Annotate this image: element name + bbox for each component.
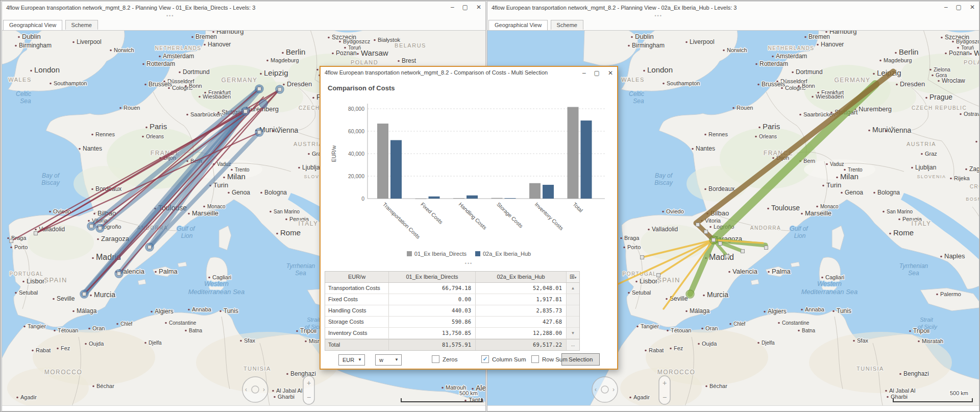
location-marker-icon[interactable] bbox=[10, 239, 13, 243]
bar-02a_Ex Iberia_Hub[interactable] bbox=[543, 185, 554, 199]
map-zoom-control[interactable]: +− bbox=[303, 376, 314, 404]
city-label: Tétouan bbox=[671, 327, 691, 333]
bar-02a_Ex Iberia_Hub[interactable] bbox=[505, 198, 516, 199]
bar-02a_Ex Iberia_Hub[interactable] bbox=[390, 140, 402, 199]
map-pan-control[interactable]: ‹› bbox=[592, 377, 618, 402]
bar-01_Ex Iberia_Directs[interactable] bbox=[377, 124, 388, 199]
tab-scheme[interactable]: Scheme bbox=[65, 20, 98, 30]
city-label: Tétouan bbox=[58, 327, 78, 333]
tab-scheme[interactable]: Scheme bbox=[551, 20, 583, 30]
tab-geographical-view[interactable]: Geographical View bbox=[3, 20, 62, 30]
city-label: London bbox=[34, 65, 60, 74]
city-label: Oujda bbox=[89, 341, 104, 347]
location-marker-icon[interactable] bbox=[278, 88, 282, 91]
close-icon[interactable]: ✕ bbox=[608, 69, 613, 77]
bar-01_Ex Iberia_Directs[interactable] bbox=[415, 199, 427, 199]
bar-01_Ex Iberia_Directs[interactable] bbox=[492, 198, 503, 199]
category-label: Transportation Costs bbox=[382, 201, 422, 240]
city-label: Monaco bbox=[207, 204, 226, 209]
city-label: Algiers bbox=[768, 308, 787, 315]
city-label: Constantine bbox=[782, 320, 810, 326]
checkbox-unchecked-icon[interactable] bbox=[531, 355, 539, 363]
checkbox-column-sum[interactable]: ✓Column Sum bbox=[481, 355, 526, 363]
cost-value: 81,575.91 bbox=[388, 340, 475, 350]
table-row[interactable]: Fixed Costs0.001,917.81 bbox=[325, 294, 579, 305]
map-pan-control[interactable]: ‹› bbox=[242, 377, 268, 402]
close-icon[interactable]: ✕ bbox=[476, 3, 481, 11]
location-marker-icon[interactable] bbox=[258, 131, 261, 134]
maximize-icon[interactable]: ▢ bbox=[594, 69, 600, 77]
city-label: Oujda bbox=[702, 341, 717, 347]
checkbox-zeros[interactable]: Zeros bbox=[432, 355, 457, 363]
chevron-down-icon: ▼ bbox=[358, 357, 362, 362]
city-label: Tunis bbox=[224, 307, 238, 314]
svg-text:−: − bbox=[663, 393, 667, 401]
scroll-down-icon[interactable]: ▼ bbox=[566, 328, 579, 338]
more-options-button[interactable]: ... bbox=[566, 340, 579, 350]
map-zoom-control[interactable]: +− bbox=[659, 376, 670, 404]
location-marker-icon[interactable] bbox=[258, 87, 261, 91]
city-label: Vaduz bbox=[830, 161, 844, 167]
location-marker-icon[interactable] bbox=[117, 272, 121, 276]
city-label: Oran bbox=[92, 325, 105, 331]
minimize-icon[interactable]: – bbox=[451, 3, 454, 11]
view-tabs: Geographical View Scheme bbox=[487, 20, 979, 31]
bar-01_Ex Iberia_Directs[interactable] bbox=[529, 183, 541, 199]
window-titlebar[interactable]: 4flow European transportation network_mg… bbox=[2, 2, 485, 20]
checkbox-checked-icon[interactable]: ✓ bbox=[481, 355, 489, 363]
location-marker-icon[interactable] bbox=[90, 225, 93, 228]
location-marker-icon[interactable] bbox=[244, 110, 248, 113]
table-row[interactable]: Transportation Costs66,794.1852,048.01▲ bbox=[325, 283, 579, 294]
location-marker-icon[interactable] bbox=[719, 242, 722, 246]
tab-geographical-view[interactable]: Geographical View bbox=[488, 20, 548, 30]
maximize-icon[interactable]: ▢ bbox=[462, 3, 468, 11]
table-row[interactable]: Storage Costs590.86427.68 bbox=[325, 317, 579, 328]
dialog-splitter-grip[interactable]: ••• bbox=[321, 261, 617, 266]
city-label: Algiers bbox=[155, 308, 174, 315]
minimize-icon[interactable]: – bbox=[582, 69, 586, 77]
drag-grip-icon[interactable]: ••• bbox=[166, 13, 174, 18]
table-row[interactable]: Handling Costs440.032,835.73 bbox=[325, 305, 579, 317]
maximize-icon[interactable]: ▢ bbox=[956, 3, 962, 11]
location-marker-icon[interactable] bbox=[704, 230, 708, 234]
city-label: Dresden bbox=[900, 80, 925, 88]
close-icon[interactable]: ✕ bbox=[970, 3, 975, 11]
svg-text:500 km: 500 km bbox=[950, 390, 968, 396]
checkbox-unchecked-icon[interactable] bbox=[432, 355, 439, 363]
location-marker-icon[interactable] bbox=[148, 246, 152, 249]
window-titlebar[interactable]: 4flow European transportation network_mg… bbox=[487, 2, 979, 20]
minimize-icon[interactable]: – bbox=[944, 3, 948, 11]
dialog-titlebar[interactable]: 4flow European transportation network_mg… bbox=[321, 67, 617, 79]
location-marker-icon[interactable] bbox=[741, 250, 745, 253]
location-marker-icon[interactable] bbox=[765, 246, 768, 250]
route-node-icon[interactable] bbox=[686, 290, 694, 298]
location-marker-icon[interactable] bbox=[726, 255, 729, 258]
table-row[interactable]: Total81,575.9169,517.22... bbox=[325, 339, 579, 350]
category-label: Fixed Costs bbox=[420, 201, 444, 225]
unit-select[interactable]: w ▼ bbox=[375, 354, 402, 366]
table-row[interactable]: Inventory Costs13,750.8512,288.00▼ bbox=[325, 328, 579, 339]
checkbox-row-sum[interactable]: Row Sum bbox=[531, 355, 568, 363]
location-marker-icon[interactable] bbox=[641, 256, 644, 259]
city-label: Benghazi bbox=[903, 370, 929, 377]
bar-01_Ex Iberia_Directs[interactable] bbox=[453, 198, 464, 199]
country-label: MOROCCO bbox=[44, 369, 83, 376]
location-marker-icon[interactable] bbox=[34, 232, 38, 235]
bar-02a_Ex Iberia_Hub[interactable] bbox=[429, 197, 440, 199]
location-marker-icon[interactable] bbox=[657, 274, 660, 277]
route-node-icon[interactable] bbox=[259, 100, 267, 108]
location-marker-icon[interactable] bbox=[83, 293, 86, 296]
city-label: Nantes bbox=[696, 145, 715, 152]
city-label: Chlef bbox=[733, 321, 746, 327]
currency-select[interactable]: EUR ▼ bbox=[338, 354, 365, 366]
table-export-icon[interactable]: ⊞▾ bbox=[566, 272, 579, 282]
bar-02a_Ex Iberia_Hub[interactable] bbox=[581, 120, 592, 199]
location-marker-icon[interactable] bbox=[99, 227, 102, 230]
location-marker-icon[interactable] bbox=[696, 223, 700, 227]
bar-02a_Ex Iberia_Hub[interactable] bbox=[467, 196, 478, 199]
location-marker-icon[interactable] bbox=[712, 238, 716, 242]
bar-01_Ex Iberia_Directs[interactable] bbox=[568, 107, 579, 199]
city-label: Djelfa bbox=[149, 340, 162, 346]
scroll-up-icon[interactable]: ▲ bbox=[566, 283, 579, 294]
drag-grip-icon[interactable]: ••• bbox=[654, 13, 662, 18]
